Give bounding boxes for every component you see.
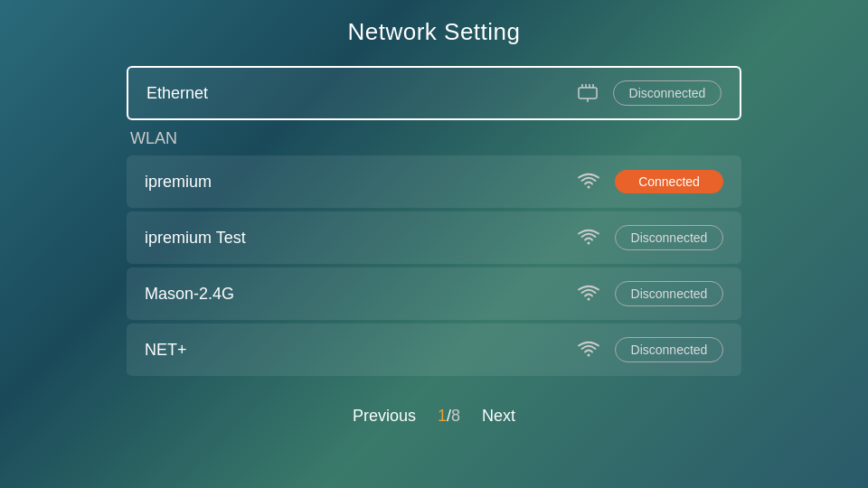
wlan-section-label: WLAN (127, 129, 741, 148)
wlan-network-name: ipremium Test (145, 229, 246, 248)
ethernet-right: Disconnected (577, 80, 722, 106)
wlan-network-status: Connected (615, 170, 723, 193)
total-pages: 8 (451, 407, 460, 425)
ethernet-name: Ethernet (146, 84, 208, 103)
wlan-network-status: Disconnected (615, 337, 723, 362)
wlan-item[interactable]: Mason-2.4G Disconnected (127, 267, 741, 320)
wlan-item[interactable]: ipremium Connected (127, 155, 741, 208)
wlan-items: ipremium Connectedipremium Test Disconne… (127, 155, 741, 376)
current-page: 1 (438, 407, 447, 425)
network-list: Ethernet Disconnected WLAN ipremium Con (127, 66, 741, 380)
page-info: 1/8 (438, 407, 460, 426)
ethernet-status: Disconnected (613, 80, 722, 106)
wlan-network-right: Disconnected (577, 281, 723, 306)
wifi-icon (577, 341, 600, 359)
wlan-network-name: NET+ (145, 341, 187, 360)
wifi-icon (577, 285, 600, 303)
wlan-network-right: Disconnected (577, 337, 723, 362)
page-title: Network Setting (347, 18, 520, 46)
wlan-item[interactable]: NET+ Disconnected (127, 324, 741, 376)
wlan-network-right: Disconnected (577, 225, 723, 250)
wlan-network-right: Connected (577, 170, 723, 193)
wlan-network-status: Disconnected (615, 225, 723, 250)
svg-rect-0 (579, 88, 597, 99)
ethernet-icon (577, 84, 599, 102)
ethernet-item[interactable]: Ethernet Disconnected (127, 66, 741, 120)
pagination: Previous 1/8 Next (340, 401, 528, 431)
wlan-network-name: Mason-2.4G (145, 285, 234, 304)
next-button[interactable]: Next (469, 401, 528, 431)
wlan-network-name: ipremium (145, 173, 212, 192)
wlan-network-status: Disconnected (615, 281, 723, 306)
wlan-item[interactable]: ipremium Test Disconnected (127, 211, 741, 264)
wifi-icon (577, 229, 600, 247)
wifi-icon (577, 173, 600, 191)
previous-button[interactable]: Previous (340, 401, 429, 431)
